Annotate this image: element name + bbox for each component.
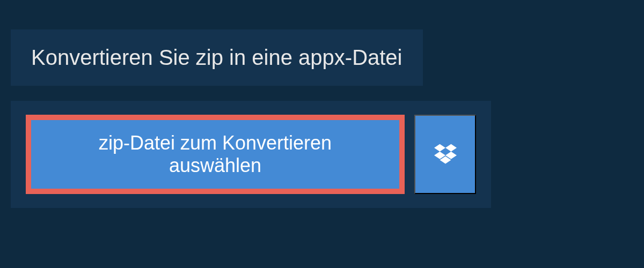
- dropbox-button[interactable]: [414, 115, 476, 194]
- header-tab: Konvertieren Sie zip in eine appx-Datei: [11, 29, 423, 86]
- select-file-button[interactable]: zip-Datei zum Konvertieren auswählen: [26, 115, 405, 194]
- upload-button-row: zip-Datei zum Konvertieren auswählen: [11, 101, 491, 208]
- page-title: Konvertieren Sie zip in eine appx-Datei: [31, 46, 402, 70]
- dropbox-icon: [434, 144, 457, 166]
